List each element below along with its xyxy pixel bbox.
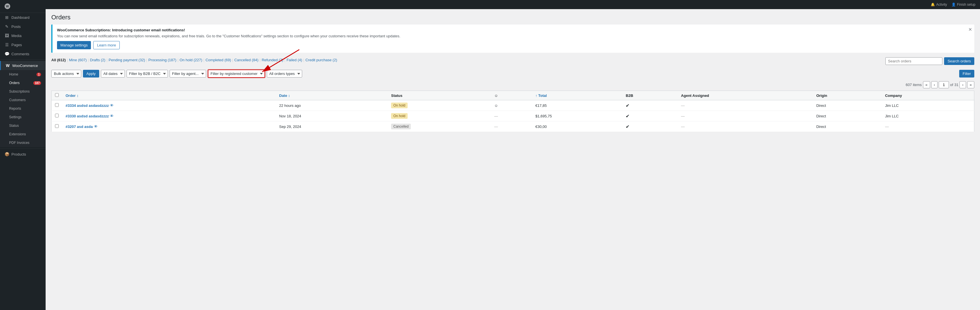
sidebar-item-customers[interactable]: Customers bbox=[0, 96, 46, 104]
tab-mine[interactable]: Mine (607) bbox=[69, 57, 87, 63]
pagination-last-button[interactable]: » bbox=[967, 81, 974, 88]
sidebar-item-pages[interactable]: ☰ Pages bbox=[0, 40, 46, 49]
filter-button[interactable]: Filter bbox=[959, 70, 974, 78]
origin-cell: Direct bbox=[813, 121, 882, 132]
smiley-cell: ☺ bbox=[491, 100, 532, 111]
sidebar-item-products[interactable]: 📦 Products bbox=[0, 149, 46, 159]
notification-banner: ✕ WooCommerce Subscriptions: Introducing… bbox=[51, 24, 974, 53]
registered-customer-filter-select[interactable]: Filter by registered customer bbox=[208, 70, 265, 78]
status-cell: On hold bbox=[388, 111, 491, 121]
sidebar-logo[interactable]: W bbox=[0, 0, 46, 13]
sidebar-item-extensions[interactable]: Extensions bbox=[0, 130, 46, 138]
order-link[interactable]: #3334 asdsd asdasdzzzz bbox=[65, 103, 109, 108]
tab-cancelled[interactable]: Cancelled (84) bbox=[234, 57, 259, 63]
agent-cell: — bbox=[678, 121, 813, 132]
select-all-checkbox[interactable] bbox=[55, 93, 59, 97]
date-cell: Sep 29, 2024 bbox=[276, 121, 388, 132]
sidebar-item-woocommerce[interactable]: W WooCommerce bbox=[0, 61, 46, 70]
order-cell: #3334 asdsd asdasdzzzz 👁 bbox=[62, 100, 276, 111]
total-sort-link[interactable]: ↑ Total bbox=[535, 94, 547, 98]
sidebar-item-status[interactable]: Status bbox=[0, 121, 46, 130]
row-checkbox[interactable] bbox=[55, 114, 59, 118]
row-checkbox[interactable] bbox=[55, 103, 59, 107]
tab-drafts[interactable]: Drafts (2) bbox=[90, 57, 105, 63]
dates-filter-select[interactable]: All dates bbox=[101, 70, 125, 78]
tab-failed[interactable]: Failed (4) bbox=[286, 57, 302, 63]
row-checkbox[interactable] bbox=[55, 124, 59, 128]
total-cell: €30,00 bbox=[532, 121, 622, 132]
tab-all[interactable]: All (612) bbox=[51, 57, 66, 63]
sidebar-item-pdf-invoices[interactable]: PDF Invoices bbox=[0, 138, 46, 147]
sidebar-item-label: Subscriptions bbox=[9, 89, 30, 94]
view-order-icon[interactable]: 👁 bbox=[110, 103, 114, 108]
tab-pending[interactable]: Pending payment (32) bbox=[108, 57, 145, 63]
page-title: Orders bbox=[51, 14, 974, 21]
close-notification-button[interactable]: ✕ bbox=[968, 27, 972, 32]
tab-refunded[interactable]: Refunded (2) bbox=[262, 57, 283, 63]
search-orders-button[interactable]: Search orders bbox=[944, 57, 974, 65]
total-cell: $1,695,75 bbox=[532, 111, 622, 121]
sidebar-item-posts[interactable]: ✎ Posts bbox=[0, 22, 46, 31]
sidebar-item-orders[interactable]: Orders 187 bbox=[0, 79, 46, 87]
finish-setup-label: Finish setup bbox=[957, 3, 975, 6]
total-column-header[interactable]: ↑ Total bbox=[532, 91, 622, 100]
sidebar-item-home[interactable]: Home 1 bbox=[0, 70, 46, 79]
row-checkbox-cell bbox=[52, 100, 62, 111]
learn-more-button[interactable]: Learn more bbox=[93, 41, 119, 49]
table-header: Order ↕ Date ↕ Status ☺ ↑ Total B2B Agen… bbox=[52, 91, 974, 100]
date-column-header[interactable]: Date ↕ bbox=[276, 91, 388, 100]
origin-cell: Direct bbox=[813, 111, 882, 121]
sidebar-item-label: Orders bbox=[9, 81, 20, 85]
smiley-cell: — bbox=[491, 121, 532, 132]
search-input[interactable] bbox=[885, 57, 942, 65]
date-sort-link[interactable]: Date ↕ bbox=[279, 94, 290, 98]
b2b-column-header: B2B bbox=[622, 91, 678, 100]
sidebar-item-comments[interactable]: 💬 Comments bbox=[0, 49, 46, 59]
pagination-next-button[interactable]: › bbox=[959, 81, 966, 88]
agent-filter-select[interactable]: Filter by agent... bbox=[170, 70, 206, 78]
sidebar-item-label: Comments bbox=[11, 52, 29, 56]
pagination-first-button[interactable]: « bbox=[923, 81, 930, 88]
status-badge: On hold bbox=[391, 113, 407, 119]
sidebar-item-label: Status bbox=[9, 124, 19, 128]
view-order-icon[interactable]: 👁 bbox=[110, 114, 114, 118]
manage-settings-button[interactable]: Manage settings bbox=[57, 41, 91, 49]
status-cell: On hold bbox=[388, 100, 491, 111]
order-link[interactable]: #3330 asdsd asdasdzzzz bbox=[65, 114, 109, 118]
b2b-cell: ✔ bbox=[622, 100, 678, 111]
table-row: #3334 asdsd asdasdzzzz 👁 22 hours ago On… bbox=[52, 100, 974, 111]
finish-setup-button[interactable]: 👤 Finish setup bbox=[951, 3, 975, 6]
sidebar-item-settings[interactable]: Settings bbox=[0, 113, 46, 121]
tab-completed[interactable]: Completed (69) bbox=[205, 57, 231, 63]
sidebar-item-subscriptions[interactable]: Subscriptions bbox=[0, 87, 46, 96]
pages-icon: ☰ bbox=[5, 43, 9, 47]
pagination-of-label: of bbox=[950, 83, 953, 87]
apply-button[interactable]: Apply bbox=[83, 70, 99, 78]
view-order-icon[interactable]: 👁 bbox=[94, 124, 98, 129]
agent-cell: — bbox=[678, 111, 813, 121]
company-cell: — bbox=[882, 121, 974, 132]
pagination-prev-button[interactable]: ‹ bbox=[931, 81, 937, 88]
home-badge: 1 bbox=[37, 73, 41, 76]
sidebar-item-label: Extensions bbox=[9, 132, 26, 136]
tab-credit-purchase[interactable]: Credit purchase (2) bbox=[305, 57, 337, 63]
comments-icon: 💬 bbox=[5, 52, 9, 56]
notification-actions: Manage settings Learn more bbox=[57, 41, 970, 49]
order-column-header[interactable]: Order ↕ bbox=[62, 91, 276, 100]
order-link[interactable]: #3207 asd asda bbox=[65, 124, 93, 129]
bulk-actions-select[interactable]: Bulk actions bbox=[51, 70, 81, 78]
sidebar-item-reports[interactable]: Reports bbox=[0, 104, 46, 113]
b2b-filter-select[interactable]: Filter by B2B / B2C bbox=[127, 70, 168, 78]
order-sort-link[interactable]: Order ↕ bbox=[65, 94, 79, 98]
filter-bar: Bulk actions Apply All dates Filter by B… bbox=[51, 70, 974, 78]
tab-on-hold[interactable]: On hold (227) bbox=[180, 57, 202, 63]
sidebar-item-dashboard[interactable]: ⊞ Dashboard bbox=[0, 13, 46, 22]
order-types-filter-select[interactable]: All orders types bbox=[267, 70, 302, 78]
origin-column-header: Origin bbox=[813, 91, 882, 100]
activity-button[interactable]: 🔔 Activity bbox=[931, 3, 947, 6]
orders-badge: 187 bbox=[33, 81, 41, 85]
tab-processing[interactable]: Processing (187) bbox=[148, 57, 176, 63]
pagination-page-input[interactable] bbox=[939, 81, 949, 88]
sidebar-item-media[interactable]: 🖼 Media bbox=[0, 31, 46, 40]
activity-icon: 🔔 bbox=[931, 3, 935, 6]
